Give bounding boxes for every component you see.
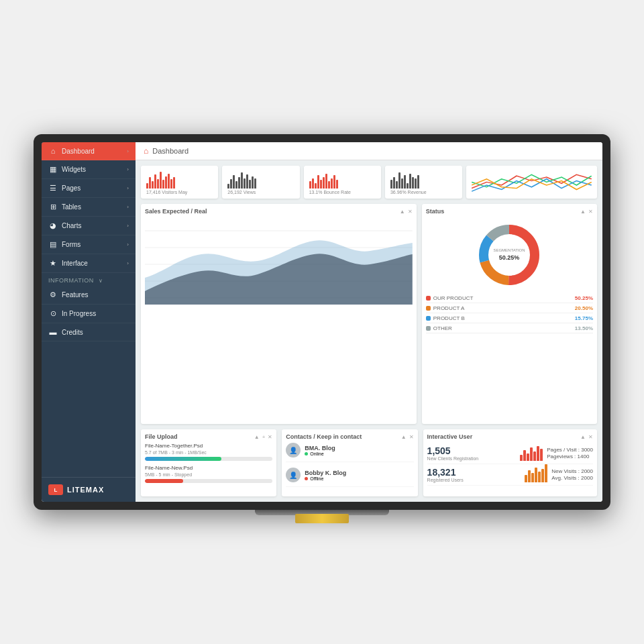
sidebar-item-credits[interactable]: ▬ Credits — [42, 323, 136, 341]
bar — [412, 177, 414, 189]
stat-card-linechart — [466, 166, 597, 199]
pages-icon: ☰ — [48, 184, 58, 193]
bar — [398, 172, 400, 189]
sidebar-item-widgets[interactable]: ▦ Widgets › — [42, 160, 136, 179]
bar — [336, 180, 338, 189]
expand-icon[interactable]: ▲ — [254, 434, 260, 440]
close-icon[interactable]: ✕ — [588, 434, 593, 440]
home-icon: ⌂ — [48, 147, 58, 155]
stat-label-visitors: 17,416 Visitors May — [146, 190, 213, 195]
legend-label: OUR PRODUCT — [433, 295, 474, 301]
bar — [415, 178, 417, 189]
expand-icon[interactable]: ▲ — [580, 434, 586, 440]
status-card-header: Status ▲ ✕ — [426, 208, 593, 215]
sales-chart-controls: ▲ ✕ — [400, 209, 413, 215]
contacts-header: Contacts / Keep in contact ▲ ✕ — [286, 433, 413, 440]
contact-item-1: 👤 BMA. Blog Online — [286, 443, 413, 462]
bar — [149, 177, 151, 189]
legend-dot — [426, 316, 431, 321]
header-title: Dashboard — [152, 147, 189, 155]
mini-bar — [545, 464, 547, 482]
bar — [312, 178, 314, 189]
bottom-row: File Upload ▲ + ✕ File-Name-Together.Psd… — [141, 429, 597, 496]
sidebar-label-forms: Forms — [62, 241, 80, 248]
status-dot-offline — [305, 477, 308, 480]
contacts-card: Contacts / Keep in contact ▲ ✕ 👤 BMA. Bl… — [282, 429, 417, 496]
widgets-icon: ▦ — [48, 165, 58, 174]
donut-chart-svg: SEGMENTATION 50.25% — [476, 221, 543, 288]
sidebar-item-tables[interactable]: ⊞ Tables › — [42, 198, 136, 217]
legend-row-other: OTHER 13.50% — [426, 325, 593, 333]
sidebar-label-widgets: Widgets — [62, 166, 86, 173]
area-chart-svg — [145, 217, 413, 305]
interactive-user-card: Interactive User ▲ ✕ 1,505 New Clients R… — [423, 429, 597, 496]
legend-dot — [426, 296, 431, 301]
sidebar-item-pages[interactable]: ☰ Pages › — [42, 179, 136, 198]
sidebar-label-inprogress: In Progress — [62, 310, 96, 317]
bar — [317, 175, 319, 189]
contact-status-1: Online — [305, 451, 413, 456]
bar — [401, 178, 403, 189]
status-card: Status ▲ ✕ — [422, 204, 597, 424]
bar — [146, 183, 148, 189]
charts-icon: ◕ — [48, 221, 58, 230]
stat-bars-revenue — [390, 170, 457, 189]
forms-icon: ▤ — [48, 240, 58, 249]
mini-bar — [520, 455, 523, 461]
bar — [323, 177, 325, 189]
bar — [254, 178, 256, 189]
bar — [227, 184, 229, 189]
progress-fill-2 — [145, 479, 183, 483]
expand-icon[interactable]: ▲ — [401, 434, 407, 440]
chevron-icon: › — [127, 241, 129, 248]
stat-bars-views — [227, 170, 294, 189]
interactive-user-controls: ▲ ✕ — [580, 434, 593, 440]
interactive-number-1: 1,505 — [427, 445, 517, 456]
stat-card-revenue: 36.96% Revenue — [385, 166, 462, 199]
expand-icon[interactable]: ▲ — [580, 209, 586, 215]
features-icon: ⚙ — [48, 290, 58, 299]
sidebar-item-forms[interactable]: ▤ Forms › — [42, 235, 136, 254]
progress-bar-2 — [145, 479, 272, 483]
chevron-icon: › — [127, 204, 129, 210]
contact-info-2: Bobby K. Blog Offline — [305, 470, 413, 481]
sidebar-item-charts[interactable]: ◕ Charts › — [42, 217, 136, 235]
expand-icon[interactable]: ▲ — [400, 209, 405, 215]
sidebar-label-features: Features — [62, 291, 88, 299]
close-icon[interactable]: ✕ — [268, 434, 272, 440]
legend-label: PRODUCT B — [433, 315, 465, 321]
sidebar-item-dashboard[interactable]: ⌂ Dashboard › — [42, 142, 136, 160]
status-dot-online — [305, 452, 308, 455]
add-icon[interactable]: + — [262, 434, 266, 440]
close-icon[interactable]: ✕ — [408, 209, 413, 215]
mini-bar — [527, 453, 529, 461]
legend-label: PRODUCT A — [433, 305, 465, 311]
interactive-stat-2: 18,321 Registered Users — [427, 467, 521, 482]
monitor-screen: ⌂ Dashboard › ▦ Widgets › ☰ Pages › — [42, 142, 602, 502]
bar — [152, 181, 154, 189]
close-icon[interactable]: ✕ — [409, 434, 414, 440]
bar — [233, 175, 235, 189]
interactive-label-1: New Clients Registration — [427, 456, 517, 461]
file-upload-card: File Upload ▲ + ✕ File-Name-Together.Psd… — [141, 429, 276, 496]
bar — [328, 181, 330, 189]
sales-chart-title: Sales Expected / Real — [145, 208, 207, 215]
close-icon[interactable]: ✕ — [588, 209, 593, 215]
chevron-icon: › — [127, 185, 129, 191]
sidebar-item-inprogress[interactable]: ⊙ In Progress — [42, 305, 136, 323]
sidebar-item-features[interactable]: ⚙ Features — [42, 286, 136, 305]
bar — [404, 175, 406, 189]
interactive-row-2: 18,321 Registered Users — [427, 464, 593, 486]
bar — [246, 174, 248, 189]
chevron-icon: › — [127, 260, 129, 266]
sidebar-label-interface: Interface — [62, 260, 88, 267]
status-card-title: Status — [426, 208, 445, 215]
sales-card-header: Sales Expected / Real ▲ ✕ — [145, 208, 413, 215]
sidebar-item-interface[interactable]: ★ Interface › — [42, 254, 136, 273]
stat-card-bounce: 13.1% Bounce Rate — [304, 166, 381, 199]
stat-bars-visitors — [146, 170, 213, 189]
bar — [325, 174, 327, 189]
contact-item-2: 👤 Bobby K. Blog Offline — [286, 468, 413, 487]
mini-bars-2 — [525, 468, 547, 482]
interactive-number-2: 18,321 — [427, 467, 521, 478]
